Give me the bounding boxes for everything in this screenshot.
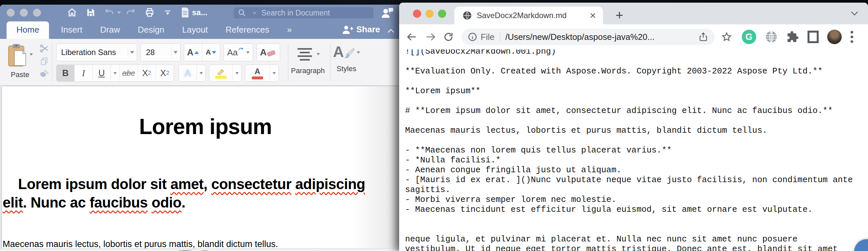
paragraph-group[interactable]: Paragraph <box>291 45 325 75</box>
tab-draw[interactable]: Draw <box>94 21 126 39</box>
tab-design[interactable]: Design <box>132 21 170 39</box>
outline-view-button[interactable] <box>220 250 235 251</box>
strikethrough-button[interactable]: abc <box>120 65 138 81</box>
tab-overflow-chevrons[interactable]: » <box>281 21 298 39</box>
change-case-caret <box>246 51 250 54</box>
word-window: sa... Search in Document Home Insert Dra… <box>0 5 400 251</box>
chrome-window: SaveDocx2Markdown.md + File /Users/new/D… <box>399 3 868 251</box>
back-icon[interactable] <box>406 31 417 43</box>
tab-search-chevron-icon[interactable] <box>850 10 859 17</box>
paragraph-alignment-icon <box>296 47 314 61</box>
minimize-window-button[interactable] <box>426 9 434 18</box>
paste-dropdown-caret[interactable] <box>30 53 33 56</box>
people-presence-icon[interactable] <box>381 7 394 19</box>
url-separator <box>500 32 500 42</box>
underline-button[interactable]: U <box>93 65 111 81</box>
url-text[interactable]: /Users/new/Desktop/aspose-java%20... <box>505 32 692 42</box>
word-titlebar: sa... Search in Document <box>0 5 400 21</box>
styles-brush-icon <box>340 48 355 61</box>
highlight-button[interactable] <box>210 65 233 81</box>
subscript-button[interactable]: X2 <box>138 65 156 81</box>
text-effects-button[interactable]: A <box>179 65 197 81</box>
share-label: Share <box>356 24 380 35</box>
address-bar[interactable]: File /Users/new/Desktop/aspose-java%20..… <box>462 29 715 45</box>
chrome-toolbar: File /Users/new/Desktop/aspose-java%20..… <box>399 24 868 50</box>
text-effects-dropdown[interactable] <box>197 65 206 81</box>
share-button[interactable]: Share <box>342 24 380 35</box>
page-info-icon[interactable] <box>468 32 477 42</box>
zoom-window-button[interactable] <box>438 9 446 18</box>
tab-references[interactable]: References <box>220 21 275 39</box>
collapse-ribbon-chevron[interactable] <box>386 28 395 34</box>
undo-icon[interactable] <box>104 7 115 18</box>
document-page[interactable]: Lorem ipsum Lorem ipsum dolor sit amet, … <box>2 86 400 248</box>
search-input[interactable]: Search in Document <box>234 7 373 19</box>
grammarly-extension-icon[interactable]: G <box>742 30 756 44</box>
tab-favicon-globe-icon <box>462 10 472 21</box>
forward-icon[interactable] <box>425 31 436 43</box>
underline-dropdown[interactable] <box>111 65 120 81</box>
share-icon[interactable] <box>699 32 708 42</box>
ribbon-tab-row: Home Insert Draw Design Layout Reference… <box>0 21 400 39</box>
menu-dots-icon[interactable] <box>850 31 854 43</box>
format-painter-icon[interactable] <box>39 69 49 79</box>
page-edge-shade <box>352 86 400 248</box>
redo-icon[interactable] <box>126 7 135 18</box>
search-icon <box>238 8 246 17</box>
paragraph-label: Paragraph <box>291 66 325 75</box>
paste-clipboard-icon <box>7 44 28 68</box>
eraser-icon <box>267 48 277 57</box>
superscript-button[interactable]: X2 <box>156 65 174 81</box>
bold-button[interactable]: B <box>57 65 74 81</box>
font-name-select[interactable]: Liberation Sans <box>56 44 137 61</box>
document-title: sa... <box>192 8 208 17</box>
undo-dropdown-caret[interactable] <box>117 11 121 14</box>
bookmark-star-icon[interactable] <box>721 32 732 42</box>
shrink-font-button[interactable]: A <box>202 44 220 61</box>
print-icon[interactable] <box>145 7 155 18</box>
chrome-tabstrip: SaveDocx2Markdown.md + <box>399 3 868 24</box>
font-color-dropdown[interactable] <box>270 65 278 81</box>
print-layout-view-button[interactable] <box>178 250 193 251</box>
font-size-select[interactable]: 28 <box>141 44 181 61</box>
home-icon[interactable] <box>67 7 77 18</box>
word-document-icon <box>181 7 189 18</box>
font-size-caret <box>174 51 178 54</box>
zoom-in-button[interactable]: + <box>344 250 349 251</box>
close-window-button[interactable] <box>7 8 15 17</box>
reload-icon[interactable] <box>443 32 454 42</box>
profile-avatar[interactable] <box>827 30 842 44</box>
italic-button[interactable]: I <box>74 65 93 81</box>
clear-formatting-button[interactable]: A <box>256 44 280 61</box>
tab-insert[interactable]: Insert <box>55 21 88 39</box>
highlight-dropdown[interactable] <box>233 65 241 81</box>
browser-tab[interactable]: SaveDocx2Markdown.md <box>454 7 603 24</box>
paste-button[interactable]: Paste <box>7 44 33 79</box>
tab-layout[interactable]: Layout <box>176 21 214 39</box>
web-layout-view-button[interactable] <box>197 250 212 251</box>
sidebar-extension-icon[interactable] <box>807 31 819 43</box>
zoom-window-button[interactable] <box>33 8 41 17</box>
font-color-button[interactable]: A <box>245 65 270 81</box>
tab-home[interactable]: Home <box>7 21 49 39</box>
paste-label: Paste <box>11 71 29 79</box>
paragraph-dropdown-caret <box>317 53 320 55</box>
qat-customize-icon[interactable] <box>164 8 172 17</box>
close-window-button[interactable] <box>413 9 421 18</box>
shrink-font-arrow <box>212 51 216 54</box>
globe-extension-icon[interactable] <box>765 30 778 44</box>
new-tab-button[interactable]: + <box>612 8 627 22</box>
change-case-button[interactable]: Aa <box>224 44 253 61</box>
copy-icon[interactable] <box>40 57 49 66</box>
tab-close-icon[interactable] <box>589 12 596 19</box>
save-icon[interactable] <box>86 8 95 17</box>
markdown-content[interactable]: ![](SaveDocx2Markdown.001.png) **Evaluat… <box>399 49 868 251</box>
minimize-window-button[interactable] <box>20 8 28 17</box>
grow-font-button[interactable]: A <box>184 44 202 61</box>
grow-font-arrow <box>194 51 199 54</box>
doc-paragraph: Maecenas mauris lectus, lobortis et puru… <box>3 239 278 248</box>
cut-icon[interactable] <box>39 44 49 53</box>
extensions-puzzle-icon[interactable] <box>786 31 799 43</box>
styles-group[interactable]: A Styles <box>333 45 360 73</box>
document-canvas[interactable]: Lorem ipsum Lorem ipsum dolor sit amet, … <box>0 86 400 248</box>
